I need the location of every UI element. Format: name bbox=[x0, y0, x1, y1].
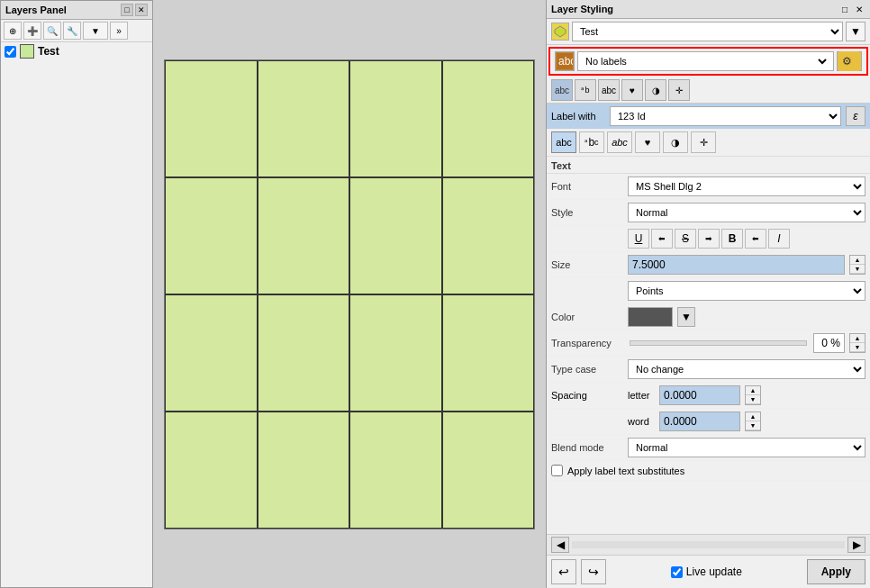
word-spinner[interactable]: ▲ ▼ bbox=[745, 412, 761, 431]
label-field-select[interactable]: 123 Id bbox=[610, 106, 841, 126]
size-input[interactable] bbox=[628, 255, 845, 275]
italic-btn[interactable]: I bbox=[768, 229, 790, 249]
label-type-icon: abc bbox=[555, 51, 575, 71]
sub-tabs-row: abc ᵃb abc ♥ ◑ ✛ bbox=[547, 77, 870, 104]
float-icon[interactable]: □ bbox=[121, 4, 133, 16]
add-layer-btn[interactable]: ⊕ bbox=[4, 22, 22, 40]
layer-styling-panel: Layer Styling □ ✕ Test ▼ abc No labels bbox=[546, 0, 870, 588]
more-btn[interactable]: ▼ bbox=[83, 22, 108, 40]
text-style-shadow-btn[interactable]: ◑ bbox=[663, 131, 688, 153]
undo-btn[interactable]: ↩ bbox=[551, 559, 576, 584]
text-style-normal-btn[interactable]: abc bbox=[551, 131, 576, 153]
text-style-row: abc ᵃbc abc ♥ ◑ ✛ bbox=[547, 129, 870, 157]
text-style-italic-btn[interactable]: abc bbox=[607, 131, 632, 153]
letter-spinner[interactable]: ▲ ▼ bbox=[745, 385, 761, 405]
tab-background[interactable]: ✛ bbox=[668, 79, 690, 101]
remove-layer-btn[interactable]: ➕ bbox=[23, 22, 41, 40]
no-labels-select[interactable]: No labels bbox=[582, 55, 829, 68]
apply-button[interactable]: Apply bbox=[807, 559, 865, 584]
grid-cell bbox=[165, 60, 258, 177]
blend-mode-row: Blend mode Normal bbox=[547, 435, 870, 461]
tab-placement[interactable]: ᵃb bbox=[575, 79, 596, 101]
live-update-label: Live update bbox=[686, 565, 742, 578]
spacing-label: Spacing bbox=[551, 390, 623, 401]
scroll-right-btn[interactable]: ▶ bbox=[847, 537, 865, 553]
type-case-label: Type case bbox=[551, 364, 623, 375]
scroll-track[interactable] bbox=[572, 541, 845, 548]
label-type-row: abc No labels ⚙ bbox=[548, 47, 868, 76]
letter-down-btn[interactable]: ▼ bbox=[746, 395, 760, 404]
expand-btn[interactable]: » bbox=[110, 22, 128, 40]
transparency-label: Transparency bbox=[551, 338, 623, 348]
layer-name: Test bbox=[38, 45, 59, 58]
size-row: Size ▲ ▼ bbox=[547, 252, 870, 278]
label-type-selector[interactable]: No labels bbox=[577, 51, 834, 71]
blend-select[interactable]: Normal bbox=[628, 438, 865, 457]
size-spinner[interactable]: ▲ ▼ bbox=[849, 255, 865, 275]
type-case-select[interactable]: No change bbox=[628, 359, 865, 379]
grid-cell bbox=[165, 294, 258, 412]
super-indent-btn[interactable]: ⬅ bbox=[745, 229, 766, 249]
size-down-btn[interactable]: ▼ bbox=[850, 265, 865, 274]
bold-btn[interactable]: B bbox=[721, 229, 743, 249]
transparency-slider[interactable] bbox=[630, 340, 807, 346]
panel-header-icons: □ ✕ bbox=[121, 4, 148, 16]
word-spacing-input[interactable] bbox=[659, 412, 740, 431]
tab-shadow[interactable]: ◑ bbox=[645, 79, 666, 101]
substitute-checkbox[interactable] bbox=[551, 465, 563, 476]
word-up-btn[interactable]: ▲ bbox=[746, 412, 760, 421]
grid-cell bbox=[258, 412, 350, 529]
transparency-input[interactable] bbox=[813, 333, 845, 353]
map-canvas bbox=[164, 59, 535, 529]
word-down-btn[interactable]: ▼ bbox=[746, 421, 760, 430]
map-grid bbox=[165, 60, 534, 529]
tab-mask[interactable]: ♥ bbox=[621, 79, 643, 101]
settings-btn[interactable]: 🔧 bbox=[63, 22, 81, 40]
text-style-heart-btn[interactable]: ♥ bbox=[635, 131, 660, 153]
trans-down-btn[interactable]: ▼ bbox=[850, 343, 865, 352]
grid-cell bbox=[349, 60, 442, 177]
color-swatch[interactable] bbox=[628, 307, 673, 327]
svg-text:⚙: ⚙ bbox=[842, 55, 852, 68]
layers-toolbar: ⊕ ➕ 🔍 🔧 ▼ » bbox=[1, 20, 152, 42]
filter-btn[interactable]: 🔍 bbox=[43, 22, 61, 40]
scroll-left-btn[interactable]: ◀ bbox=[551, 537, 569, 553]
close-icon[interactable]: ✕ bbox=[135, 4, 148, 16]
redo-btn[interactable]: ↪ bbox=[581, 559, 606, 584]
dock-icon[interactable]: □ bbox=[838, 3, 851, 15]
size-up-btn[interactable]: ▲ bbox=[850, 256, 865, 265]
layer-select-dropdown[interactable]: Test bbox=[572, 22, 843, 41]
expression-btn[interactable]: ε bbox=[846, 106, 865, 126]
grid-cell bbox=[165, 412, 258, 529]
spacer bbox=[547, 481, 870, 534]
color-dropdown-btn[interactable]: ▼ bbox=[677, 307, 695, 327]
grid-cell bbox=[165, 177, 258, 294]
unit-select[interactable]: Points bbox=[628, 281, 865, 301]
close-styling-icon[interactable]: ✕ bbox=[853, 3, 865, 15]
letter-spacing-input[interactable] bbox=[659, 385, 740, 405]
style-label: Style bbox=[551, 207, 623, 218]
font-select[interactable]: MS Shell Dlg 2 bbox=[628, 176, 865, 196]
trans-up-btn[interactable]: ▲ bbox=[850, 334, 865, 343]
tab-rendering[interactable]: abc bbox=[598, 79, 620, 101]
letter-up-btn[interactable]: ▲ bbox=[746, 386, 760, 395]
transparency-spinner[interactable]: ▲ ▼ bbox=[849, 333, 865, 353]
live-update-row: Live update bbox=[671, 565, 742, 578]
layer-options-btn[interactable]: ▼ bbox=[846, 22, 865, 41]
strikethrough-btn[interactable]: S bbox=[675, 229, 696, 249]
text-style-cross-btn[interactable]: ✛ bbox=[691, 131, 716, 153]
layers-panel: Layers Panel □ ✕ ⊕ ➕ 🔍 🔧 ▼ » Test bbox=[0, 0, 153, 588]
live-update-checkbox[interactable] bbox=[671, 566, 683, 578]
layer-visibility-checkbox[interactable] bbox=[5, 46, 16, 58]
substitute-label: Apply label text substitutes bbox=[567, 466, 684, 476]
indent-left-btn[interactable]: ⬅ bbox=[651, 229, 673, 249]
label-options-icon[interactable]: ⚙ bbox=[837, 51, 862, 71]
tab-abc[interactable]: abc bbox=[551, 79, 573, 101]
label-with-label: Label with bbox=[551, 111, 605, 122]
layer-item[interactable]: Test bbox=[1, 42, 152, 60]
style-select[interactable]: Normal bbox=[628, 203, 865, 222]
underline-btn[interactable]: U bbox=[628, 229, 649, 249]
word-spacing-row: word ▲ ▼ bbox=[547, 409, 870, 435]
indent-right-btn[interactable]: ➡ bbox=[698, 229, 720, 249]
text-style-uppercase-btn[interactable]: ᵃbc bbox=[579, 131, 604, 153]
